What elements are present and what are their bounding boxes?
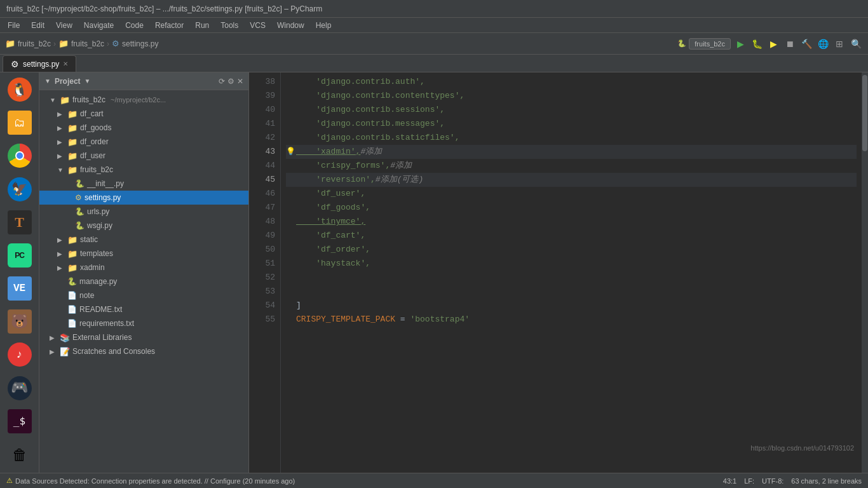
tree-arrow: ▶ bbox=[50, 348, 57, 355]
stop-button[interactable]: ⏹ bbox=[783, 37, 797, 51]
code-text: 'django.contrib.sessions', bbox=[296, 103, 445, 117]
breadcrumb: 📁 fruits_b2c › 📁 fruits_b2c › ⚙ settings… bbox=[5, 39, 158, 48]
code-text bbox=[296, 285, 301, 299]
tree-scratches[interactable]: ▶ 📝 Scratches and Consoles bbox=[39, 344, 248, 358]
code-text: 'df_cart', bbox=[296, 229, 365, 243]
tree-manage-py[interactable]: ▶ 🐍 manage.py bbox=[39, 274, 248, 288]
run-button[interactable]: ▶ bbox=[733, 37, 747, 51]
tree-templates[interactable]: ▶ 📁 templates bbox=[39, 247, 248, 261]
status-encoding: UTF-8: bbox=[762, 477, 783, 485]
debug-button[interactable]: 🐛 bbox=[750, 37, 764, 51]
tree-init-py[interactable]: ▶ 🐍 __init__.py bbox=[39, 177, 248, 191]
settings-file-icon: ⚙ bbox=[75, 193, 82, 202]
tree-requirements[interactable]: ▶ 📄 requirements.txt bbox=[39, 316, 248, 330]
status-left: ⚠ Data Sources Detected: Connection prop… bbox=[6, 477, 718, 485]
menu-tools[interactable]: Tools bbox=[215, 20, 243, 31]
line-num: 55 bbox=[252, 313, 275, 327]
project-dropdown-arrow[interactable]: ▼ bbox=[85, 78, 91, 85]
tree-wsgi-py[interactable]: ▶ 🐍 wsgi.py bbox=[39, 219, 248, 233]
app-bear[interactable]: 🐻 bbox=[4, 307, 35, 336]
build-button[interactable]: 🔨 bbox=[799, 37, 813, 51]
app-netease[interactable]: ♪ bbox=[4, 340, 35, 369]
panel-sync-icon[interactable]: ⟳ bbox=[219, 77, 225, 86]
tree-settings-py[interactable]: ▶ ⚙ settings.py bbox=[39, 191, 248, 205]
code-text: 'django.contrib.contenttypes', bbox=[296, 89, 465, 103]
search-button[interactable]: 🔍 bbox=[849, 37, 863, 51]
tree-readme[interactable]: ▶ 📄 README.txt bbox=[39, 302, 248, 316]
panel-settings-icon[interactable]: ⚙ bbox=[227, 77, 234, 86]
line-num: 48 bbox=[252, 215, 275, 229]
app-ubuntu[interactable]: 🐧 bbox=[4, 75, 35, 104]
run-config[interactable]: fruits_b2c bbox=[689, 38, 731, 50]
tree-arrow: ▼ bbox=[50, 97, 57, 104]
tree-external-libs[interactable]: ▶ 📚 External Libraries bbox=[39, 330, 248, 344]
tree-urls-py[interactable]: ▶ 🐍 urls.py bbox=[39, 205, 248, 219]
app-steam[interactable]: 🎮 bbox=[4, 374, 35, 403]
menu-vcs[interactable]: VCS bbox=[245, 20, 271, 31]
txt-file-icon: 📄 bbox=[67, 305, 77, 314]
menu-navigate[interactable]: Navigate bbox=[79, 20, 119, 31]
breadcrumb-root: fruits_b2c bbox=[18, 39, 51, 48]
scroll-thumb[interactable] bbox=[862, 75, 867, 151]
app-files[interactable]: 🗂 bbox=[4, 108, 35, 137]
code-comment: #添加 bbox=[390, 159, 412, 173]
folder-icon: 📝 bbox=[60, 347, 70, 356]
code-line-48: 'tinymce', bbox=[286, 215, 857, 229]
browser-button[interactable]: 🌐 bbox=[816, 37, 830, 51]
app-pycharm[interactable]: PC bbox=[4, 241, 35, 270]
tree-arrow: ▼ bbox=[57, 166, 65, 173]
menu-file[interactable]: File bbox=[3, 20, 25, 31]
tree-df-cart[interactable]: ▶ 📁 df_cart bbox=[39, 107, 248, 121]
menu-code[interactable]: Code bbox=[120, 20, 149, 31]
tab-settings[interactable]: ⚙ settings.py ✕ bbox=[3, 55, 76, 72]
tree-df-order[interactable]: ▶ 📁 df_order bbox=[39, 135, 248, 149]
tree-label: fruits_b2c bbox=[80, 165, 113, 174]
panel-close-icon[interactable]: ✕ bbox=[237, 77, 243, 86]
tree-root-fruits[interactable]: ▼ 📁 fruits_b2c ~/myproject/b2c... bbox=[39, 93, 248, 107]
app-terminal[interactable]: _$ bbox=[4, 407, 35, 436]
tree-df-goods[interactable]: ▶ 📁 df_goods bbox=[39, 121, 248, 135]
py-file-icon: 🐍 bbox=[75, 221, 85, 230]
bulb-icon[interactable]: 💡 bbox=[286, 145, 295, 159]
tab-settings-icon: ⚙ bbox=[11, 59, 19, 69]
app-chrome[interactable] bbox=[4, 141, 35, 170]
folder-icon: 📁 bbox=[67, 137, 78, 147]
tree-label: static bbox=[80, 235, 98, 244]
menu-run[interactable]: Run bbox=[190, 20, 214, 31]
menu-window[interactable]: Window bbox=[272, 20, 309, 31]
folder-icon: 📁 bbox=[67, 249, 78, 259]
tree-arrow: ▶ bbox=[57, 111, 65, 118]
app-vce[interactable]: VE bbox=[4, 274, 35, 303]
code-line-54: ] bbox=[286, 299, 857, 313]
menu-view[interactable]: View bbox=[51, 20, 78, 31]
tree-label: requirements.txt bbox=[79, 319, 134, 328]
status-right: 43:1 LF: UTF-8: 63 chars, 2 line breaks bbox=[723, 477, 862, 485]
coverage-button[interactable]: ▶ bbox=[766, 37, 780, 51]
tree-fruits-b2c-sub[interactable]: ▼ 📁 fruits_b2c bbox=[39, 163, 248, 177]
right-scrollbar[interactable] bbox=[862, 72, 868, 473]
code-text-crispy-key: CRISPY_TEMPLATE_PACK bbox=[296, 313, 395, 327]
tree-xadmin[interactable]: ▶ 📁 xadmin bbox=[39, 261, 248, 274]
app-typora[interactable]: T bbox=[4, 208, 35, 237]
code-text: 'df_order', bbox=[296, 243, 370, 257]
menu-edit[interactable]: Edit bbox=[26, 20, 50, 31]
status-position[interactable]: 43:1 bbox=[723, 477, 736, 485]
menu-help[interactable]: Help bbox=[311, 20, 337, 31]
line-num: 53 bbox=[252, 285, 275, 299]
tree-df-user[interactable]: ▶ 📁 df_user bbox=[39, 149, 248, 163]
tree-static[interactable]: ▶ 📁 static bbox=[39, 233, 248, 247]
py-file-icon: 🐍 bbox=[75, 207, 85, 216]
tree-note[interactable]: ▶ 📄 note bbox=[39, 288, 248, 302]
project-panel: ▼ Project ▼ ⟳ ⚙ ✕ ▼ 📁 fruits_b2c ~/mypro… bbox=[39, 72, 249, 473]
app-trash[interactable]: 🗑 bbox=[4, 441, 35, 470]
line-num: 54 bbox=[252, 299, 275, 313]
txt-file-icon: 📄 bbox=[67, 319, 77, 328]
code-line-41: 'django.contrib.messages', bbox=[286, 117, 857, 131]
folder-icon: 📁 bbox=[67, 165, 78, 175]
code-line-50: 'df_order', bbox=[286, 243, 857, 257]
tab-close-button[interactable]: ✕ bbox=[63, 60, 68, 67]
code-area[interactable]: 'django.contrib.auth', 'django.contrib.c… bbox=[281, 72, 862, 473]
app-thunderbird[interactable]: 🦅 bbox=[4, 175, 35, 204]
terminal-button[interactable]: ⊞ bbox=[832, 37, 846, 51]
menu-refactor[interactable]: Refactor bbox=[150, 20, 189, 31]
